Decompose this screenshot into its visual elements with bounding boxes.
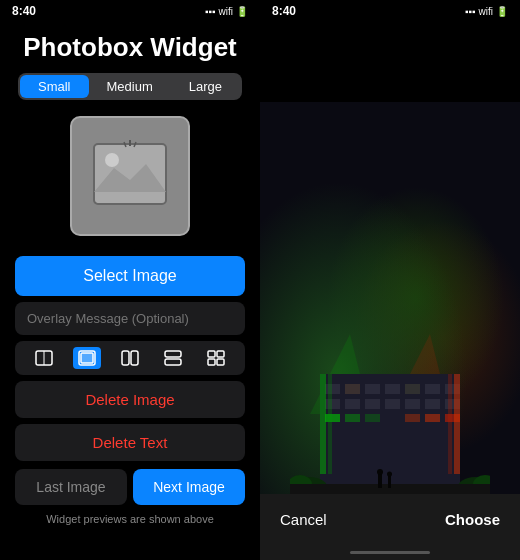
signal-icon-right: ▪▪▪	[465, 6, 476, 17]
status-icons-right: ▪▪▪ wifi 🔋	[465, 6, 508, 17]
home-indicator-row	[260, 544, 520, 560]
tab-medium[interactable]: Medium	[89, 75, 171, 98]
image-preview	[70, 116, 190, 236]
svg-rect-0	[94, 144, 166, 204]
wifi-icon: wifi	[219, 6, 233, 17]
next-image-button[interactable]: Next Image	[133, 469, 245, 505]
svg-point-52	[377, 469, 383, 475]
svg-rect-37	[345, 414, 360, 422]
svg-rect-31	[365, 399, 380, 409]
svg-rect-16	[208, 359, 215, 365]
layout-icon-5[interactable]	[202, 347, 230, 369]
svg-rect-44	[454, 374, 460, 474]
wifi-icon-right: wifi	[479, 6, 493, 17]
svg-rect-36	[325, 414, 340, 422]
left-panel: 8:40 ▪▪▪ wifi 🔋 Photobox Widget Small Me…	[0, 0, 260, 560]
signal-icon: ▪▪▪	[205, 6, 216, 17]
delete-image-button[interactable]: Delete Image	[15, 381, 245, 418]
photo-area	[260, 102, 520, 494]
svg-rect-22	[325, 384, 340, 394]
svg-rect-17	[217, 359, 224, 365]
layout-icon-2[interactable]	[73, 347, 101, 369]
svg-rect-42	[320, 374, 326, 474]
status-bar-left: 8:40 ▪▪▪ wifi 🔋	[0, 0, 260, 22]
home-indicator	[350, 551, 430, 554]
layout-icon-4[interactable]	[159, 347, 187, 369]
svg-rect-45	[448, 374, 452, 474]
svg-rect-39	[405, 414, 420, 422]
app-title: Photobox Widget	[23, 32, 237, 63]
svg-rect-15	[217, 351, 224, 357]
widget-preview-text: Widget previews are shown above	[46, 513, 214, 525]
battery-icon: 🔋	[236, 6, 248, 17]
svg-rect-26	[405, 384, 420, 394]
tab-large[interactable]: Large	[171, 75, 240, 98]
svg-point-2	[105, 153, 119, 167]
svg-rect-14	[208, 351, 215, 357]
choose-button[interactable]: Choose	[445, 511, 500, 528]
night-photo	[260, 102, 520, 494]
svg-rect-43	[328, 374, 332, 474]
status-time-left: 8:40	[12, 4, 36, 18]
layout-icon-1[interactable]	[30, 347, 58, 369]
svg-rect-9	[81, 353, 93, 363]
bottom-bar-right: Cancel Choose	[260, 494, 520, 544]
battery-icon-right: 🔋	[496, 6, 508, 17]
delete-text-button[interactable]: Delete Text	[15, 424, 245, 461]
tab-small[interactable]: Small	[20, 75, 89, 98]
select-image-button[interactable]: Select Image	[15, 256, 245, 296]
size-tabs[interactable]: Small Medium Large	[18, 73, 242, 100]
svg-rect-23	[345, 384, 360, 394]
top-black-area	[260, 22, 520, 102]
svg-rect-33	[405, 399, 420, 409]
svg-rect-25	[385, 384, 400, 394]
svg-rect-40	[425, 414, 440, 422]
svg-rect-32	[385, 399, 400, 409]
svg-rect-53	[388, 476, 391, 488]
svg-rect-34	[425, 399, 440, 409]
svg-rect-38	[365, 414, 380, 422]
cancel-button[interactable]: Cancel	[280, 511, 327, 528]
status-time-right: 8:40	[272, 4, 296, 18]
bottom-nav-row: Last Image Next Image	[15, 469, 245, 505]
svg-rect-10	[122, 351, 129, 365]
svg-rect-12	[165, 351, 181, 357]
svg-rect-51	[378, 474, 382, 488]
building-illustration	[290, 334, 490, 494]
svg-rect-30	[345, 399, 360, 409]
layout-icon-3[interactable]	[116, 347, 144, 369]
svg-rect-24	[365, 384, 380, 394]
status-bar-right: 8:40 ▪▪▪ wifi 🔋	[260, 0, 520, 22]
svg-rect-11	[131, 351, 138, 365]
svg-rect-29	[325, 399, 340, 409]
last-image-button[interactable]: Last Image	[15, 469, 127, 505]
placeholder-image-icon	[90, 136, 170, 216]
layout-icons-row	[15, 341, 245, 375]
right-panel: 8:40 ▪▪▪ wifi 🔋	[260, 0, 520, 560]
svg-point-54	[387, 472, 392, 477]
status-icons-left: ▪▪▪ wifi 🔋	[205, 6, 248, 17]
svg-rect-13	[165, 359, 181, 365]
svg-rect-27	[425, 384, 440, 394]
overlay-message-input[interactable]	[15, 302, 245, 335]
